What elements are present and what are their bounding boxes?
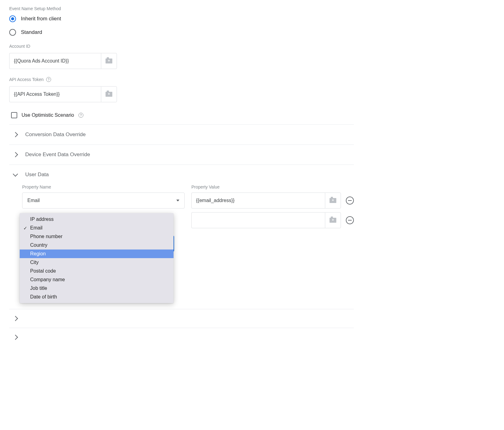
chevron-right-icon — [13, 152, 18, 157]
accordion-user-data[interactable]: User Data — [9, 165, 354, 185]
accordion-device[interactable]: Device Event Data Override — [9, 145, 354, 165]
accordion-hidden-2[interactable] — [9, 328, 354, 347]
accordion-user-data-label: User Data — [25, 172, 49, 178]
property-value-variable-button-1[interactable] — [325, 212, 341, 228]
property-value-input-0[interactable] — [191, 193, 325, 209]
dropdown-option[interactable]: IP address — [20, 215, 174, 224]
dropdown-option[interactable]: Phone number — [20, 232, 174, 241]
property-name-label: Property Name — [22, 185, 185, 189]
property-value-variable-button-0[interactable] — [325, 193, 341, 209]
radio-inherit[interactable]: Inherit from client — [9, 15, 354, 22]
account-id-label: Account ID — [9, 44, 354, 49]
property-value-input-1[interactable] — [191, 212, 325, 228]
property-name-dropdown: IP address✓EmailPhone numberCountryRegio… — [20, 213, 174, 303]
chevron-down-icon — [13, 172, 18, 177]
variable-icon — [330, 198, 336, 203]
help-icon[interactable]: ? — [78, 113, 83, 118]
property-name-select-0[interactable]: Email — [22, 193, 185, 209]
dropdown-option-label: Job title — [30, 286, 47, 291]
account-id-input[interactable] — [9, 53, 101, 69]
checkbox-icon — [11, 112, 17, 118]
dropdown-option-label: Email — [30, 225, 42, 230]
optimistic-label: Use Optimistic Scenario — [22, 112, 74, 118]
accordion-conversion[interactable]: Conversion Data Override — [9, 125, 354, 145]
setup-method-label: Event Name Setup Method — [9, 6, 354, 11]
user-data-body: Property Name Email Property Value — [9, 185, 354, 252]
check-icon: ✓ — [23, 225, 27, 231]
account-id-field-wrap — [9, 53, 117, 69]
variable-icon — [106, 92, 112, 97]
remove-row-button-1[interactable] — [346, 216, 354, 224]
api-token-label: API Access Token ? — [9, 77, 354, 82]
chevron-right-icon — [13, 335, 18, 340]
dropdown-option-label: Region — [30, 251, 46, 256]
optimistic-checkbox-row[interactable]: Use Optimistic Scenario ? — [9, 110, 354, 124]
dropdown-option[interactable]: ✓Email — [20, 224, 174, 232]
chevron-right-icon — [13, 132, 18, 137]
radio-standard-label: Standard — [21, 29, 42, 35]
dropdown-option[interactable]: Postal code — [20, 267, 174, 275]
setup-method-radio-group: Inherit from client Standard — [9, 15, 354, 36]
dropdown-option[interactable]: Company name — [20, 275, 174, 284]
dropdown-option[interactable]: Country — [20, 241, 174, 249]
accordion-hidden-1[interactable] — [9, 309, 354, 328]
radio-inherit-label: Inherit from client — [21, 16, 61, 22]
dropdown-option-label: Company name — [30, 277, 65, 282]
variable-icon — [330, 218, 336, 223]
property-value-row-0 — [191, 193, 354, 209]
api-token-label-text: API Access Token — [9, 77, 44, 82]
dropdown-option-label: IP address — [30, 217, 54, 222]
help-icon[interactable]: ? — [46, 77, 51, 82]
property-name-value-0: Email — [27, 198, 40, 203]
account-id-variable-button[interactable] — [101, 53, 117, 69]
api-token-input[interactable] — [9, 86, 101, 102]
dropdown-option[interactable]: Date of birth — [20, 293, 174, 301]
variable-icon — [106, 59, 112, 63]
dropdown-option-label: Country — [30, 242, 47, 248]
caret-down-icon — [176, 200, 179, 201]
minus-icon — [348, 200, 352, 201]
accordion-device-label: Device Event Data Override — [25, 152, 90, 158]
dropdown-option-label: Date of birth — [30, 294, 57, 299]
dropdown-option-label: Postal code — [30, 268, 56, 274]
radio-standard[interactable]: Standard — [9, 29, 354, 36]
dropdown-option[interactable]: Region — [20, 249, 174, 258]
chevron-right-icon — [13, 316, 18, 321]
remove-row-button-0[interactable] — [346, 197, 354, 205]
radio-icon — [9, 15, 16, 22]
dropdown-option[interactable]: Job title — [20, 284, 174, 293]
dropdown-option[interactable]: City — [20, 258, 174, 267]
radio-icon — [9, 29, 16, 36]
property-value-row-1 — [191, 212, 354, 228]
property-value-label: Property Value — [191, 185, 354, 189]
api-token-field-wrap — [9, 86, 117, 102]
accordion-conversion-label: Conversion Data Override — [25, 132, 86, 138]
dropdown-option-label: Phone number — [30, 234, 62, 239]
minus-icon — [348, 220, 352, 221]
dropdown-option-label: City — [30, 260, 39, 265]
api-token-variable-button[interactable] — [101, 86, 117, 102]
